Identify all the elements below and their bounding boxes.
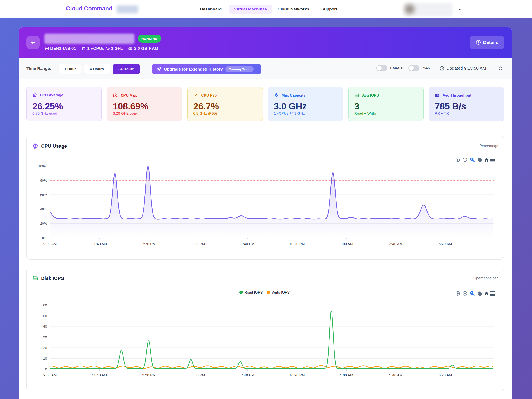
svg-text:Write IOPS: Write IOPS [272,290,290,294]
svg-text:40: 40 [43,324,47,328]
svg-text:0: 0 [45,367,47,371]
svg-text:60: 60 [43,303,47,307]
svg-text:10: 10 [43,357,47,360]
svg-text:6:20 AM: 6:20 AM [439,242,452,246]
svg-text:0%: 0% [42,236,47,240]
svg-text:20%: 20% [40,222,47,225]
svg-text:1:00 AM: 1:00 AM [340,242,353,246]
svg-text:11:40 AM: 11:40 AM [92,242,107,246]
svg-text:3:40 AM: 3:40 AM [389,242,403,246]
svg-text:20: 20 [43,346,47,350]
svg-text:2:20 PM: 2:20 PM [142,373,155,377]
svg-text:6:20 AM: 6:20 AM [439,373,452,377]
svg-text:10:20 PM: 10:20 PM [289,373,305,377]
svg-text:2:20 PM: 2:20 PM [142,242,155,246]
svg-text:9:00 AM: 9:00 AM [44,242,57,246]
svg-text:9:00 AM: 9:00 AM [44,373,57,377]
svg-text:30: 30 [43,335,47,339]
svg-text:80%: 80% [40,178,47,182]
svg-text:50: 50 [43,314,47,318]
svg-text:5:00 PM: 5:00 PM [191,373,205,377]
svg-text:60%: 60% [40,193,47,197]
svg-text:10:20 PM: 10:20 PM [289,242,305,246]
svg-text:Read IOPS: Read IOPS [244,290,262,294]
svg-text:1:00 AM: 1:00 AM [340,373,353,377]
svg-text:5:00 PM: 5:00 PM [191,242,205,246]
svg-text:100%: 100% [38,164,47,168]
svg-text:3:40 AM: 3:40 AM [389,373,403,377]
svg-text:40%: 40% [40,207,47,211]
svg-text:7:40 PM: 7:40 PM [241,373,254,377]
svg-text:7:40 PM: 7:40 PM [241,242,254,246]
svg-text:11:40 AM: 11:40 AM [92,373,107,377]
